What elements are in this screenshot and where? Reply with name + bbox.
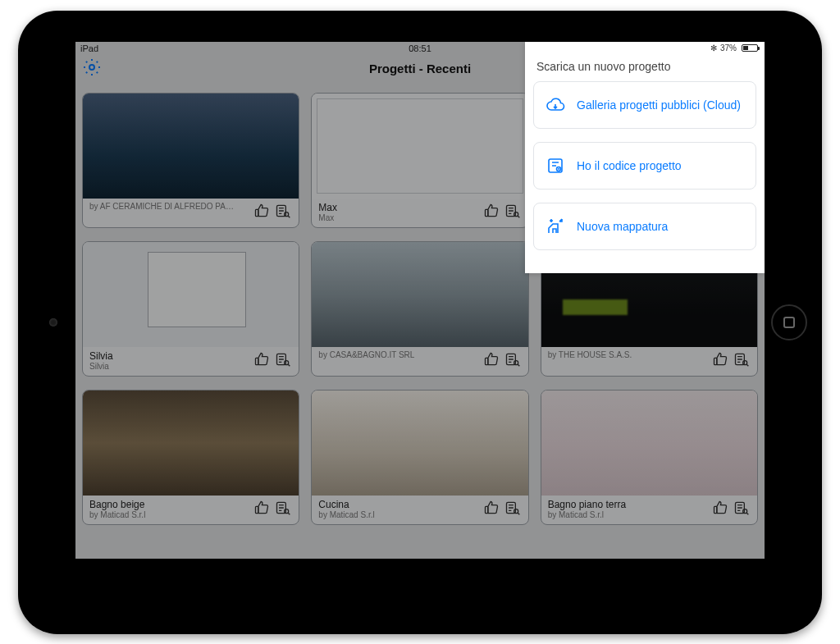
details-icon[interactable] <box>274 202 292 220</box>
battery-icon <box>742 44 758 52</box>
project-title: Bagno beige <box>89 499 248 510</box>
like-icon[interactable] <box>253 202 271 220</box>
project-caption: by THE HOUSE S.A.S. <box>541 347 757 373</box>
project-title: Cucina <box>318 499 477 510</box>
project-card[interactable]: Cucinaby Maticad S.r.l <box>311 390 528 525</box>
camera-dot <box>49 318 57 327</box>
svg-point-18 <box>743 360 747 364</box>
project-caption: by CASA&BAGNO.IT SRL <box>312 347 527 373</box>
ipad-frame: iPad 08:51 ✻ 37% Progetti - Recenti by A… <box>18 11 822 634</box>
project-card[interactable]: SilviaSilvia <box>82 241 299 377</box>
like-icon[interactable] <box>711 499 729 517</box>
like-icon[interactable] <box>482 499 500 517</box>
project-thumbnail <box>83 391 299 496</box>
bluetooth-icon: ✻ <box>710 43 717 53</box>
project-card[interactable]: by CASA&BAGNO.IT SRL <box>311 241 528 377</box>
page-title: Progetti - Recenti <box>369 62 471 75</box>
menu-item-project-code[interactable]: Ho il codice progetto <box>533 142 756 190</box>
project-title: Silvia <box>89 350 248 362</box>
download-popover: ✻ 37% Scarica un nuovo progetto Galleria… <box>525 42 765 273</box>
project-title: Bagno piano terra <box>548 499 706 510</box>
project-author: Silvia <box>89 362 248 371</box>
svg-rect-10 <box>256 358 258 364</box>
project-author: by CASA&BAGNO.IT SRL <box>318 350 477 359</box>
project-author: by THE HOUSE S.A.S. <box>548 350 706 359</box>
details-icon[interactable] <box>733 499 751 517</box>
svg-rect-16 <box>714 358 717 364</box>
project-author: by Maticad S.r.l <box>548 510 706 519</box>
project-thumbnail <box>83 94 299 199</box>
svg-rect-4 <box>485 209 487 216</box>
details-icon[interactable] <box>504 499 522 517</box>
svg-point-15 <box>514 360 518 364</box>
carrier-label: iPad <box>80 43 98 53</box>
menu-item-label: Ho il codice progetto <box>577 159 682 172</box>
details-icon[interactable] <box>733 350 751 368</box>
app-screen: iPad 08:51 ✻ 37% Progetti - Recenti by A… <box>75 42 765 559</box>
project-author: by Maticad S.r.l <box>89 510 248 519</box>
project-card[interactable]: MaxMax <box>311 93 528 228</box>
new-mapping-icon <box>546 217 565 236</box>
gear-icon[interactable] <box>82 57 102 80</box>
like-icon[interactable] <box>482 350 500 368</box>
svg-rect-22 <box>485 506 487 513</box>
svg-point-27 <box>743 509 747 513</box>
project-author: by Maticad S.r.l <box>318 510 477 519</box>
svg-point-24 <box>514 509 518 513</box>
menu-item-gallery-cloud[interactable]: Galleria progetti pubblici (Cloud) <box>533 81 756 129</box>
details-icon[interactable] <box>274 499 292 517</box>
project-thumbnail <box>312 391 527 496</box>
project-code-icon <box>546 156 565 176</box>
project-caption: SilviaSilvia <box>83 347 299 376</box>
project-card[interactable]: by AF CERAMICHE DI ALFREDO PA… <box>82 93 299 228</box>
like-icon[interactable] <box>482 202 500 220</box>
project-caption: Bagno piano terraby Maticad S.r.l <box>541 496 757 524</box>
svg-point-12 <box>285 360 289 364</box>
clock-label: 08:51 <box>409 43 431 53</box>
svg-point-3 <box>285 212 289 216</box>
svg-rect-1 <box>256 209 258 216</box>
home-button[interactable] <box>771 304 807 340</box>
project-caption: by AF CERAMICHE DI ALFREDO PA… <box>83 199 299 225</box>
popover-title: Scarica un nuovo progetto <box>525 55 765 81</box>
popover-status: ✻ 37% <box>525 42 765 55</box>
svg-rect-25 <box>714 506 717 513</box>
project-author: by AF CERAMICHE DI ALFREDO PA… <box>89 202 248 211</box>
svg-point-6 <box>514 212 518 216</box>
project-thumbnail <box>312 242 527 347</box>
menu-item-new-mapping[interactable]: Nuova mappatura <box>533 203 756 250</box>
menu-item-label: Nuova mappatura <box>577 220 668 233</box>
project-caption: Cucinaby Maticad S.r.l <box>312 496 527 524</box>
project-thumbnail <box>312 94 527 199</box>
details-icon[interactable] <box>504 202 522 220</box>
cloud-download-icon <box>546 95 565 115</box>
details-icon[interactable] <box>504 350 522 368</box>
like-icon[interactable] <box>253 499 271 517</box>
svg-point-0 <box>89 65 94 70</box>
like-icon[interactable] <box>711 350 729 368</box>
like-icon[interactable] <box>253 350 271 368</box>
project-thumbnail <box>83 242 299 347</box>
project-title: Max <box>318 202 477 213</box>
menu-item-label: Galleria progetti pubblici (Cloud) <box>577 98 741 112</box>
svg-point-21 <box>285 509 289 513</box>
project-thumbnail <box>541 391 757 496</box>
project-caption: Bagno beigeby Maticad S.r.l <box>83 496 299 524</box>
battery-percent: 37% <box>720 43 737 53</box>
project-card[interactable]: Bagno piano terraby Maticad S.r.l <box>541 390 758 525</box>
project-card[interactable]: Bagno beigeby Maticad S.r.l <box>82 390 299 525</box>
project-author: Max <box>318 213 477 222</box>
svg-rect-19 <box>256 506 258 513</box>
project-caption: MaxMax <box>312 199 527 227</box>
details-icon[interactable] <box>274 350 292 368</box>
svg-rect-13 <box>485 358 487 364</box>
